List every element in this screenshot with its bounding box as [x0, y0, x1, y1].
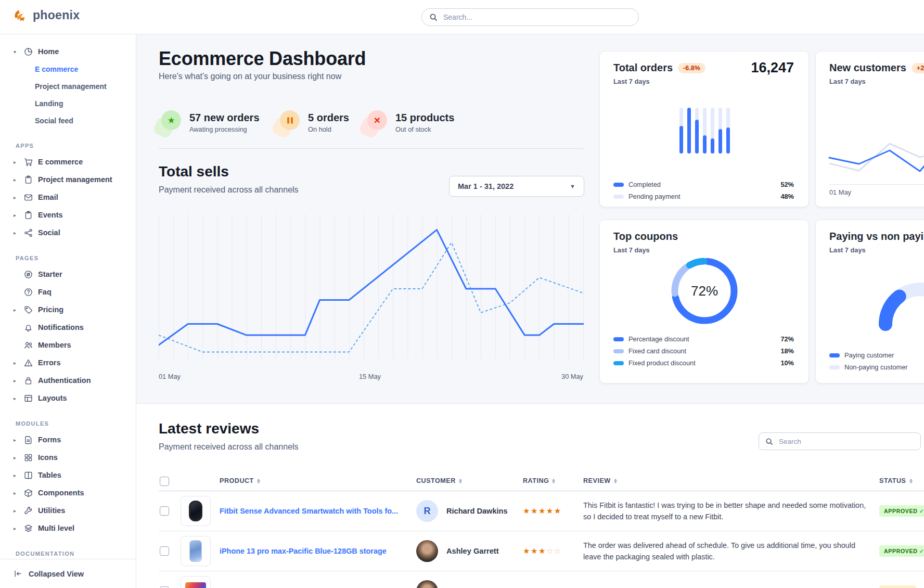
total-orders-card: Total orders -6.8% Last 7 days 16,247 Co… — [599, 51, 809, 207]
legend-swatch — [613, 337, 624, 341]
sidebar-item-e-commerce[interactable]: ▸E commerce — [0, 153, 136, 171]
sidebar-item-pricing[interactable]: ▸Pricing — [0, 301, 136, 318]
column-header-status[interactable]: STATUS — [879, 477, 913, 484]
sidebar-item-project-management[interactable]: Project management — [0, 78, 136, 95]
sidebar-item-starter[interactable]: Starter — [0, 265, 136, 283]
sidebar-item-icons[interactable]: ▸Icons — [0, 449, 136, 466]
search-icon — [429, 13, 438, 21]
bar-track — [695, 108, 699, 154]
legend-value: 10% — [780, 359, 794, 367]
reviews-search-input[interactable] — [778, 437, 914, 446]
bell-icon — [24, 323, 33, 332]
select-all-checkbox[interactable] — [160, 477, 169, 486]
sidebar-item-events[interactable]: ▸Events — [0, 206, 136, 224]
collapsed-view-toggle[interactable]: Collapsed View — [0, 559, 136, 588]
caret-right-icon: ▸ — [14, 395, 19, 401]
phoenix-logo-icon — [12, 7, 28, 23]
sort-icon — [614, 479, 617, 483]
bar-fill — [687, 108, 691, 154]
sidebar-item-layouts[interactable]: ▸Layouts — [0, 389, 136, 407]
sort-up-arrow — [552, 479, 555, 481]
column-header-product[interactable]: PRODUCT — [220, 477, 260, 484]
sidebar-item-e-commerce[interactable]: E commerce — [0, 60, 136, 78]
row-checkbox[interactable] — [160, 546, 169, 556]
legend-value: 48% — [780, 193, 794, 200]
row-checkbox[interactable] — [160, 506, 169, 516]
legend-row: Non-paying customer — [829, 363, 924, 371]
table-row: iPhone 13 pro max-Pacific Blue-128GB sto… — [159, 531, 924, 571]
sidebar-item-authentication[interactable]: ▸Authentication — [0, 372, 136, 389]
caret-down-icon: ▾ — [14, 49, 19, 55]
legend-swatch — [613, 183, 624, 187]
new-customers-x-label: 01 May — [829, 188, 851, 196]
global-search-input[interactable] — [442, 12, 631, 22]
caret-right-icon: ▸ — [14, 508, 19, 514]
layers-icon — [24, 524, 33, 533]
sidebar-item-label: Tables — [38, 471, 61, 479]
total-orders-value: 16,247 — [751, 60, 794, 76]
sidebar-item-utilities[interactable]: ▸Utilities — [0, 502, 136, 519]
sidebar-section-label: APPS — [0, 143, 136, 153]
sidebar-item-landing[interactable]: Landing — [0, 95, 136, 112]
paying-gauge-chart — [816, 246, 924, 350]
customer-name: Ashley Garrett — [446, 547, 499, 555]
column-header-review[interactable]: REVIEW — [583, 477, 617, 484]
sidebar-item-social-feed[interactable]: Social feed — [0, 112, 136, 129]
sidebar-item-project-management[interactable]: ▸Project management — [0, 171, 136, 188]
stat-57-new-orders: ★57 new ordersAwating processing — [157, 110, 260, 137]
product-link[interactable]: iPhone 13 pro max-Pacific Blue-128GB sto… — [220, 547, 387, 555]
sidebar-item-multi-level[interactable]: ▸Multi level — [0, 519, 136, 537]
sidebar-item-label: Components — [38, 489, 84, 497]
sort-up-arrow — [909, 479, 913, 481]
sidebar-item-notifications[interactable]: Notifications — [0, 318, 136, 336]
paying-card: Paying vs non paying Last 7 days Paying … — [815, 220, 924, 384]
review-text: This Fitbit is fantastic! I was trying t… — [583, 500, 867, 523]
pause-bar — [287, 117, 289, 124]
column-header-rating[interactable]: RATING — [523, 477, 555, 484]
review-text: The order was delivered ahead of schedul… — [583, 540, 867, 563]
sidebar-item-forms[interactable]: ▸Forms — [0, 431, 136, 449]
status-badge: APPROVED ✓ — [879, 545, 924, 557]
sidebar-item-email[interactable]: ▸Email — [0, 188, 136, 206]
stat-text: 57 new ordersAwating processing — [189, 110, 260, 133]
brand-logo[interactable]: phoenix — [12, 7, 80, 23]
brand-name: phoenix — [33, 8, 80, 22]
legend-row: Fixed product discount10% — [613, 359, 794, 367]
total-sells-subtitle: Payment received across all channels — [159, 185, 299, 195]
caret-right-icon: ▸ — [14, 490, 19, 496]
members-icon — [24, 341, 33, 350]
top-coupons-center-value: 72% — [668, 254, 741, 327]
sidebar-item-label: Multi level — [38, 524, 74, 532]
caret-right-icon: ▸ — [14, 378, 19, 384]
sort-icon — [459, 479, 462, 483]
sidebar-item-faq[interactable]: Faq — [0, 283, 136, 301]
bar-fill — [703, 135, 707, 154]
column-header-customer[interactable]: CUSTOMER — [416, 477, 462, 484]
caret-right-icon: ▸ — [14, 212, 19, 218]
caret-right-icon: ▸ — [14, 455, 19, 461]
date-range-select[interactable]: Mar 1 - 31, 2022 ▼ — [449, 176, 584, 197]
sidebar-item-tables[interactable]: ▸Tables — [0, 466, 136, 484]
sidebar-item-members[interactable]: Members — [0, 336, 136, 354]
product-link[interactable]: Fitbit Sense Advanced Smartwatch with To… — [220, 507, 398, 515]
sidebar-section-label: PAGES — [0, 255, 136, 265]
header-divider — [159, 148, 583, 149]
sidebar-item-home[interactable]: ▾Home — [0, 43, 136, 60]
legend-value: 72% — [780, 335, 794, 343]
sidebar-item-label: Starter — [38, 270, 62, 278]
sidebar-item-social[interactable]: ▸Social — [0, 224, 136, 241]
stat-title: 57 new orders — [189, 112, 260, 124]
sidebar-item-errors[interactable]: ▸Errors — [0, 354, 136, 372]
sidebar-item-label: Icons — [38, 453, 58, 462]
sidebar-item-components[interactable]: ▸Components — [0, 484, 136, 502]
reviews-search[interactable] — [759, 432, 921, 450]
sidebar-item-label: Members — [38, 341, 71, 349]
sidebar-item-label: Authentication — [38, 376, 91, 385]
caret-right-icon: ▸ — [14, 195, 19, 200]
bar-track — [711, 108, 714, 154]
sort-icon — [257, 479, 260, 483]
sidebar-item-label: Social — [38, 228, 60, 237]
global-search[interactable] — [421, 8, 639, 26]
chevron-down-icon: ▼ — [570, 183, 575, 189]
top-coupons-period: Last 7 days — [613, 246, 650, 254]
